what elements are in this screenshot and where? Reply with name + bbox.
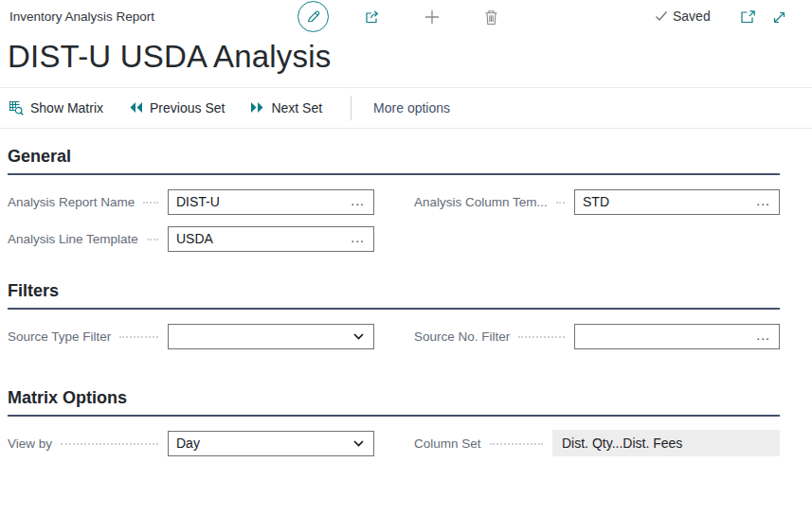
analysis-line-template-input[interactable] — [169, 231, 347, 246]
field-column-set: Column Set Dist. Qty...Dist. Fees — [414, 431, 780, 456]
plus-icon — [423, 8, 442, 27]
open-in-new-window-button[interactable] — [739, 9, 757, 26]
dotted-leader — [556, 202, 565, 204]
dotted-leader — [61, 443, 158, 445]
saved-label: Saved — [673, 9, 711, 24]
show-matrix-label: Show Matrix — [30, 100, 103, 116]
pencil-icon — [305, 9, 321, 25]
column-set-value: Dist. Qty...Dist. Fees — [552, 430, 780, 456]
assist-edit-ellipsis[interactable]: ... — [347, 194, 373, 210]
assist-edit-ellipsis[interactable]: ... — [752, 329, 779, 345]
share-icon — [363, 9, 382, 26]
new-button[interactable] — [423, 8, 442, 27]
share-button[interactable] — [363, 8, 382, 27]
section-general: General Analysis Report Name ... Analysi… — [8, 147, 780, 252]
section-matrix-options: Matrix Options View by Day Column Set Di… — [8, 388, 780, 456]
expand-page-button[interactable] — [771, 9, 787, 26]
check-icon — [655, 10, 668, 22]
source-type-filter-select[interactable] — [168, 324, 374, 349]
source-no-filter-box: ... — [574, 324, 780, 349]
view-by-select[interactable]: Day — [168, 431, 374, 456]
edit-button[interactable] — [298, 1, 329, 32]
chevron-down-icon — [353, 333, 364, 340]
analysis-column-template-input[interactable] — [575, 194, 752, 209]
top-system-bar: Inventory Analysis Report Saved — [0, 0, 812, 34]
previous-set-label: Previous Set — [150, 100, 225, 116]
field-source-type-filter: Source Type Filter — [8, 324, 374, 349]
assist-edit-ellipsis[interactable]: ... — [752, 194, 779, 210]
view-by-value: Day — [176, 436, 200, 451]
page-title-area: DIST-U USDA Analysis — [0, 34, 812, 88]
analysis-report-name-input[interactable] — [169, 194, 347, 209]
dotted-leader — [490, 443, 543, 445]
source-type-filter-label: Source Type Filter — [8, 329, 111, 344]
section-filters-title[interactable]: Filters — [8, 281, 780, 310]
show-matrix-button[interactable]: Show Matrix — [8, 99, 103, 116]
action-bar-divider — [351, 96, 352, 120]
previous-set-button[interactable]: Previous Set — [129, 100, 225, 116]
analysis-column-template-label: Analysis Column Tem... — [414, 195, 548, 209]
trash-icon — [483, 9, 499, 27]
column-set-label: Column Set — [414, 436, 481, 451]
dotted-leader — [143, 202, 158, 204]
action-bar: Show Matrix Previous Set Next Set More o… — [0, 88, 812, 129]
delete-button[interactable] — [482, 8, 499, 27]
expand-icon — [771, 9, 787, 26]
save-status: Saved — [655, 9, 711, 24]
analysis-line-template-label: Analysis Line Template — [8, 232, 138, 246]
analysis-column-template-box: ... — [574, 189, 780, 215]
field-analysis-line-template: Analysis Line Template ... — [8, 226, 374, 252]
page-title: DIST-U USDA Analysis — [8, 36, 804, 79]
field-analysis-column-template: Analysis Column Tem... ... — [414, 189, 780, 215]
breadcrumb: Inventory Analysis Report — [9, 9, 154, 24]
section-matrix-options-title[interactable]: Matrix Options — [8, 388, 780, 417]
section-general-title[interactable]: General — [8, 147, 780, 175]
analysis-report-name-label: Analysis Report Name — [8, 195, 135, 209]
source-no-filter-input[interactable] — [575, 329, 752, 344]
source-no-filter-label: Source No. Filter — [414, 329, 510, 344]
show-matrix-icon — [8, 99, 24, 116]
assist-edit-ellipsis[interactable]: ... — [347, 231, 373, 247]
dotted-leader — [119, 336, 158, 338]
page-content: General Analysis Report Name ... Analysi… — [0, 147, 787, 456]
next-set-button[interactable]: Next Set — [250, 100, 322, 116]
next-set-icon — [250, 101, 264, 114]
popout-icon — [739, 9, 757, 26]
dotted-leader — [147, 239, 158, 240]
chevron-down-icon — [353, 440, 364, 447]
field-analysis-report-name: Analysis Report Name ... — [8, 189, 374, 215]
section-filters: Filters Source Type Filter Source No. Fi… — [8, 281, 780, 349]
more-options-button[interactable]: More options — [373, 100, 450, 116]
analysis-line-template-box: ... — [168, 226, 374, 252]
field-source-no-filter: Source No. Filter ... — [414, 324, 780, 349]
analysis-report-name-box: ... — [168, 189, 374, 215]
field-view-by: View by Day — [8, 431, 374, 456]
dotted-leader — [518, 336, 565, 338]
view-by-label: View by — [8, 436, 52, 451]
previous-set-icon — [129, 101, 143, 114]
next-set-label: Next Set — [271, 100, 322, 116]
